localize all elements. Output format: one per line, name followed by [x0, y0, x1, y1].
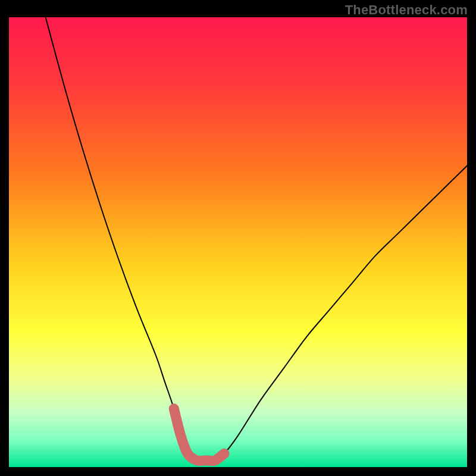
watermark-text: TheBottleneck.com [345, 2, 468, 18]
gradient-background [9, 17, 467, 467]
plot-area [9, 17, 467, 467]
chart-frame: TheBottleneck.com [0, 0, 476, 476]
plot-svg [9, 17, 467, 467]
